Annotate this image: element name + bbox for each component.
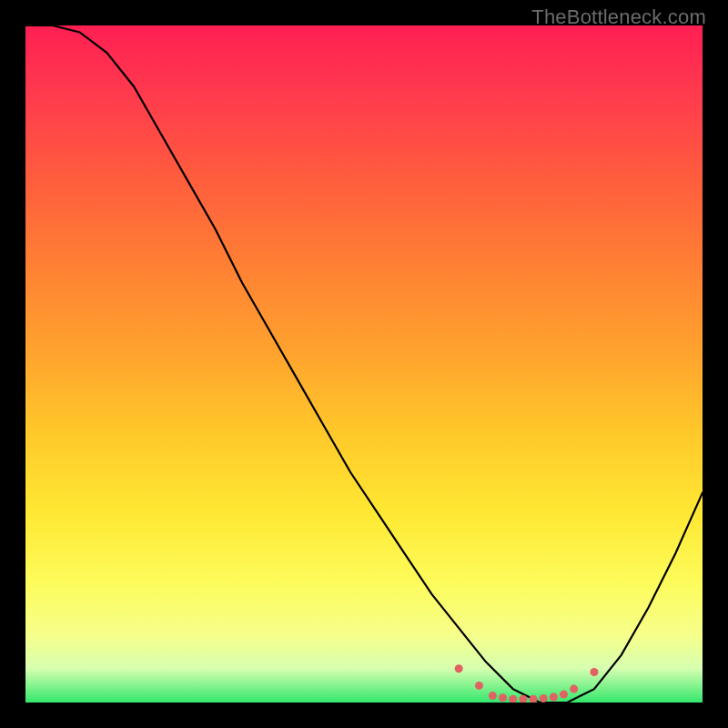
valley-markers	[25, 25, 703, 703]
valley-marker	[560, 691, 568, 699]
valley-marker	[509, 695, 517, 703]
watermark-text: TheBottleneck.com	[531, 5, 706, 29]
valley-marker	[499, 693, 507, 702]
valley-marker	[540, 694, 548, 703]
plot-area	[25, 25, 703, 703]
valley-marker	[475, 682, 483, 690]
valley-marker	[519, 695, 527, 703]
valley-marker	[570, 685, 578, 693]
valley-marker	[489, 692, 497, 700]
valley-marker	[455, 664, 463, 672]
valley-marker	[590, 668, 598, 676]
valley-marker	[550, 693, 558, 702]
chart-frame: TheBottleneck.com	[0, 0, 728, 728]
valley-marker	[530, 695, 538, 703]
